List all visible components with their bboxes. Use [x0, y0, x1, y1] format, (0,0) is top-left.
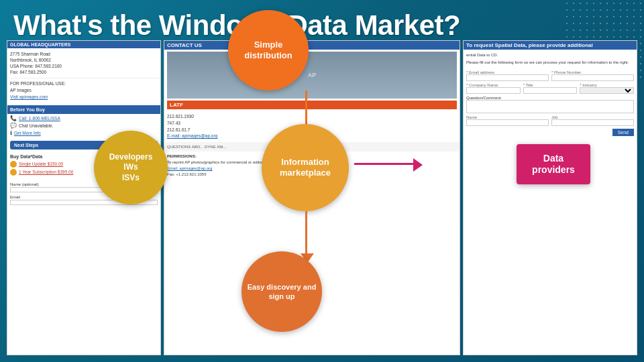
company-field-label: * Company Name	[466, 83, 521, 94]
industry-select[interactable]	[580, 87, 634, 94]
next-steps-button[interactable]: Next Steps	[10, 141, 158, 149]
panel-middle-questions: QUESTIONS ABO... DYNE XM...	[164, 142, 460, 152]
name-input[interactable]	[466, 119, 549, 126]
buy-section: Buy Data*Data Single Update $150.00 1 Ye…	[7, 152, 160, 180]
chat-item: 💬 Chat Unavailable.	[10, 123, 158, 129]
name-field-label: Name	[466, 115, 549, 126]
info-icon: ℹ	[10, 130, 12, 136]
job-field-label: Job	[551, 115, 634, 126]
single-update-item: Single Update $150.00	[10, 161, 158, 168]
cart-icon	[10, 161, 17, 168]
panel-middle-header: CONTACT US	[164, 41, 460, 50]
send-button[interactable]: Send	[612, 129, 634, 136]
industry-field-label: * Industry	[580, 83, 634, 94]
before-you-buy-bar: Before You Buy	[7, 105, 160, 114]
panel-right-intro: ential Data to CD. Please fill out the f…	[464, 50, 637, 68]
page-title: What's the Windows Data Market?	[13, 9, 460, 42]
form-row-name-job: Name Job	[466, 115, 634, 126]
form-row-company: * Company Name * Title * Industry	[466, 83, 634, 94]
job-input[interactable]	[551, 119, 634, 126]
request-info-button[interactable]: Request Info	[164, 180, 460, 192]
chat-icon: 💬	[10, 123, 17, 129]
info-item[interactable]: ℹ Get More Info	[10, 130, 158, 136]
question-textarea[interactable]	[466, 100, 634, 113]
subscription-item: 1 Year Subscription $395.00	[10, 169, 158, 176]
panel-right: To request Spatial Data, please provide …	[463, 40, 637, 355]
phone-input[interactable]	[551, 74, 634, 81]
form-row-email: * Email address * Phone Number	[466, 70, 634, 81]
panel-left-address: 2775 Sharman Road Northbrook, IL 60062 U…	[7, 48, 160, 78]
send-button-container: Send	[466, 129, 634, 136]
call-item: 📞 Call: 1-800-MELISSA	[10, 115, 158, 121]
question-field-label: Question/Comment	[466, 96, 634, 114]
title-text: What's the Windows Data Market?	[13, 9, 460, 41]
company-input[interactable]	[466, 87, 521, 94]
panel-left: GLOBAL HEADQUARTERS 2775 Sharman Road No…	[7, 40, 161, 355]
panel-middle-contact: 212.621.1930 747.43 212.61.01.7 E-mail: …	[164, 111, 460, 142]
email-input[interactable]	[466, 74, 549, 81]
panel-left-professional: FOR PROFESSIONAL USE: AP Images Visit ap…	[7, 78, 160, 102]
cart2-icon	[10, 169, 17, 176]
title-field-label: * Title	[523, 83, 578, 94]
panel-left-header: GLOBAL HEADQUARTERS	[7, 41, 160, 48]
panel-left-bottom: Name (optional) Email	[7, 180, 160, 208]
email-field-label: * Email address	[466, 70, 549, 81]
phone-field-label: * Phone Number	[551, 70, 634, 81]
panel-middle-image: AP	[167, 52, 457, 99]
title-input[interactable]	[523, 87, 578, 94]
call-section: 📞 Call: 1-800-MELISSA 💬 Chat Unavailable…	[7, 114, 160, 139]
phone-icon: 📞	[10, 115, 17, 121]
panel-right-header: To request Spatial Data, please provide …	[464, 41, 637, 50]
panel-right-form: * Email address * Phone Number * Company…	[464, 68, 637, 138]
panel-middle: CONTACT US AP LATF 212.621.1930 747.43 2…	[164, 40, 460, 355]
panel-mid-logo: LATF	[167, 101, 457, 109]
panel-middle-permissions: PERMISSIONS: To reprint AP photos/graphi…	[164, 152, 460, 180]
panels-container: GLOBAL HEADQUARTERS 2775 Sharman Road No…	[7, 40, 637, 355]
